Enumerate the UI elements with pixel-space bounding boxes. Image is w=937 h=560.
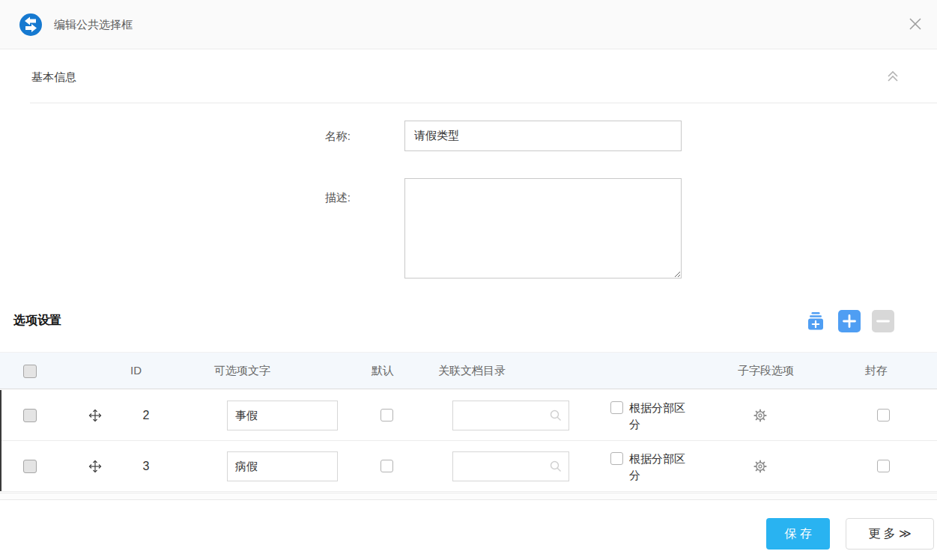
row-select-checkbox[interactable]	[23, 460, 37, 473]
branch-distinguish-option: 根据分部区分	[610, 451, 689, 484]
row-select-checkbox[interactable]	[23, 409, 37, 422]
search-icon	[549, 409, 562, 422]
branch-distinguish-option: 根据分部区分	[610, 400, 689, 433]
dialog-title: 编辑公共选择框	[54, 0, 133, 49]
add-row-icon[interactable]	[838, 310, 861, 332]
name-input[interactable]	[404, 121, 682, 151]
section-divider	[30, 103, 937, 103]
row-id: 2	[130, 390, 163, 441]
column-header-seal: 封存	[865, 353, 888, 389]
section-title-basic-info: 基本信息	[31, 70, 76, 85]
branch-distinguish-checkbox[interactable]	[610, 401, 623, 414]
branch-distinguish-label: 根据分部区分	[629, 451, 689, 484]
select-all-checkbox[interactable]	[23, 365, 37, 378]
options-toolbar	[804, 310, 894, 332]
option-text-input[interactable]	[227, 401, 338, 430]
branch-distinguish-label: 根据分部区分	[629, 400, 689, 433]
row-id: 3	[130, 441, 163, 492]
remove-row-icon[interactable]	[872, 310, 894, 332]
column-header-id: ID	[130, 353, 142, 389]
doc-dir-search-field	[452, 451, 569, 481]
option-text-input[interactable]	[227, 451, 338, 481]
batch-add-icon[interactable]	[804, 310, 827, 332]
column-header-option-text: 可选项文字	[214, 353, 270, 389]
table-row: 3 根据分部区分	[0, 441, 937, 492]
collapse-section-icon[interactable]	[883, 67, 903, 87]
section-title-options: 选项设置	[13, 313, 61, 329]
options-table-header: ID 可选项文字 默认 关联文档目录 子字段选项 封存	[0, 352, 937, 389]
description-textarea[interactable]	[404, 178, 682, 279]
branch-distinguish-checkbox[interactable]	[610, 452, 623, 465]
table-left-edge	[0, 390, 1, 491]
description-label: 描述:	[270, 191, 351, 205]
search-icon	[549, 460, 562, 473]
more-button[interactable]: 更 多 ≫	[846, 518, 934, 550]
swap-brand-icon	[19, 13, 42, 36]
column-header-subfield: 子字段选项	[738, 353, 794, 389]
subfield-settings-gear-icon[interactable]	[753, 459, 768, 474]
default-checkbox[interactable]	[380, 460, 393, 472]
default-checkbox[interactable]	[380, 409, 393, 421]
drag-move-icon[interactable]	[88, 459, 103, 474]
dialog-header: 编辑公共选择框	[0, 0, 937, 49]
horizontal-scrollbar[interactable]	[0, 493, 937, 500]
drag-move-icon[interactable]	[88, 408, 103, 423]
edit-public-selectbox-dialog: 编辑公共选择框 基本信息 名称: 描述: 选项设置	[0, 0, 937, 560]
doc-dir-search-field	[452, 401, 569, 430]
name-label: 名称:	[270, 130, 351, 144]
save-button[interactable]: 保 存	[766, 518, 830, 550]
table-row: 2 根据分部区分	[0, 390, 937, 441]
seal-checkbox[interactable]	[877, 460, 890, 472]
close-icon[interactable]	[906, 15, 925, 34]
subfield-settings-gear-icon[interactable]	[753, 408, 768, 423]
seal-checkbox[interactable]	[877, 409, 890, 421]
column-header-doc-dir: 关联文档目录	[438, 353, 506, 389]
column-header-default: 默认	[372, 353, 394, 389]
